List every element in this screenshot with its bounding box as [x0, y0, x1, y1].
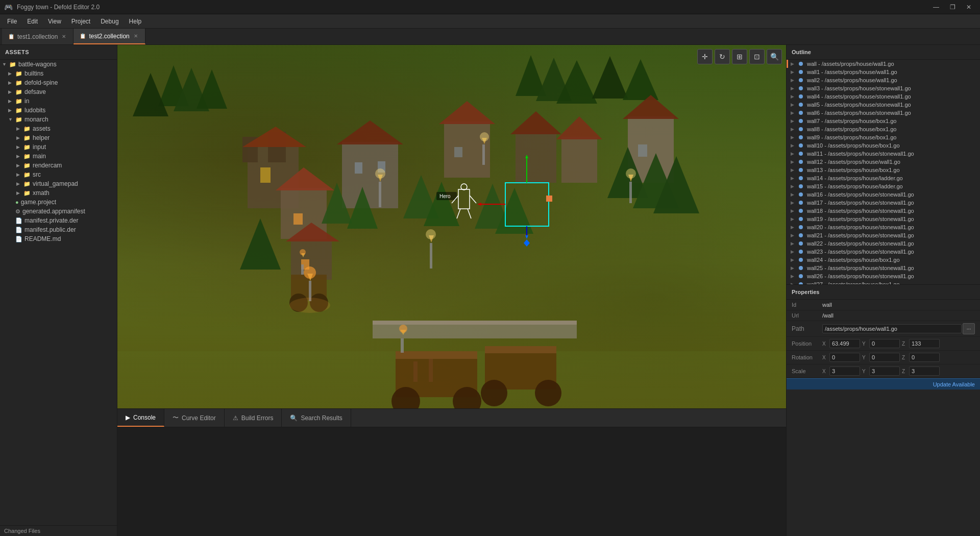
outline-item-wall14[interactable]: ▶ wall14 - /assets/props/house/ladder.go: [787, 174, 980, 182]
tab-icon-1: 📋: [8, 34, 14, 39]
outline-item-wall6[interactable]: ▶ wall6 - /assets/props/house/stonewall1…: [787, 109, 980, 117]
close-button[interactable]: ✕: [962, 0, 976, 14]
maximize-button[interactable]: ❐: [945, 0, 960, 14]
tab-console[interactable]: ▶ Console: [117, 409, 164, 427]
camera-tool-button[interactable]: 🔍: [767, 49, 782, 64]
tab-label-1: test1.collection: [17, 33, 58, 40]
arrow-icon: ▶: [16, 172, 23, 177]
prop-ry-label: Y: [862, 355, 868, 360]
menu-debug[interactable]: Debug: [95, 16, 124, 27]
outline-item-wall1[interactable]: ▶ wall1 - /assets/props/house/wall1.go: [787, 68, 980, 76]
outline-item-wall27[interactable]: ▶ wall27 - /assets/props/house/box1.go: [787, 280, 980, 284]
svg-text:Hero: Hero: [439, 193, 451, 199]
tab-curve-editor[interactable]: 〜 Curve Editor: [164, 409, 225, 427]
prop-scale-y[interactable]: [869, 367, 900, 376]
scale-tool-button[interactable]: ⊞: [732, 49, 747, 64]
tree-item-battle-wagons[interactable]: ▼ 📁 battle-wagons: [0, 60, 117, 69]
menu-edit[interactable]: Edit: [22, 16, 43, 27]
outline-item-wall15[interactable]: ▶ wall15 - /assets/props/house/ladder.go: [787, 182, 980, 190]
outline-item-wall8[interactable]: ▶ wall8 - /assets/props/house/box1.go: [787, 125, 980, 133]
prop-row-url: Url /wall: [787, 310, 980, 321]
tree-item-src[interactable]: ▶ 📁 src: [0, 170, 117, 179]
tree-item-generated-appmanifest[interactable]: ⚙ generated.appmanifest: [0, 207, 117, 216]
tab-build-errors[interactable]: ⚠ Build Errors: [225, 409, 282, 427]
outline-item-wall11[interactable]: ▶ wall11 - /assets/props/house/stonewall…: [787, 150, 980, 158]
prop-rotation-x[interactable]: [829, 353, 860, 362]
tab-build-errors-label: Build Errors: [241, 415, 274, 422]
outline-item-wall[interactable]: ▶ wall - /assets/props/house/wall1.go: [787, 60, 980, 68]
outline-item-wall12[interactable]: ▶ wall12 - /assets/props/house/wall1.go: [787, 158, 980, 166]
outline-item-wall21[interactable]: ▶ wall21 - /assets/props/house/stonewall…: [787, 231, 980, 239]
tree-item-virtual-gamepad[interactable]: ▶ 📁 virtual_gamepad: [0, 179, 117, 188]
outline-item-wall9[interactable]: ▶ wall9 - /assets/props/house/box1.go: [787, 133, 980, 141]
tree-item-readme[interactable]: 📄 README.md: [0, 234, 117, 243]
tree-label: input: [33, 143, 46, 151]
outline-arrow: ▶: [791, 118, 797, 124]
sidebar: Assets ▼ 📁 battle-wagons ▶ 📁 builtins ▶ …: [0, 45, 117, 536]
folder-icon: 📁: [15, 89, 22, 95]
tree-item-helper[interactable]: ▶ 📁 helper: [0, 133, 117, 142]
outline-item-wall20[interactable]: ▶ wall20 - /assets/props/house/stonewall…: [787, 223, 980, 231]
tree-item-ludobits[interactable]: ▶ 📁 ludobits: [0, 106, 117, 115]
tree-item-input[interactable]: ▶ 📁 input: [0, 142, 117, 152]
outline-item-wall4[interactable]: ▶ wall4 - /assets/props/house/stonewall1…: [787, 92, 980, 101]
tree-item-assets[interactable]: ▶ 📁 assets: [0, 124, 117, 133]
tab-test1-collection[interactable]: 📋 test1.collection ✕: [2, 29, 74, 44]
rotate-tool-button[interactable]: ↻: [715, 49, 730, 64]
tab-close-2[interactable]: ✕: [133, 32, 139, 40]
outline-item-wall3[interactable]: ▶ wall3 - /assets/props/house/stonewall1…: [787, 84, 980, 92]
tree-item-monarch[interactable]: ▼ 📁 monarch: [0, 115, 117, 124]
outline-item-wall10[interactable]: ▶ wall10 - /assets/props/house/box1.go: [787, 141, 980, 150]
prop-path-browse-button[interactable]: ···: [963, 323, 975, 334]
viewport-container[interactable]: Hero: [117, 45, 786, 408]
tree-item-in[interactable]: ▶ 📁 in: [0, 96, 117, 106]
tree-item-defsave[interactable]: ▶ 📁 defsave: [0, 87, 117, 96]
outline-item-wall23[interactable]: ▶ wall23 - /assets/props/house/stonewall…: [787, 248, 980, 256]
prop-position-x[interactable]: [829, 339, 860, 348]
menu-help[interactable]: Help: [124, 16, 147, 27]
prop-rotation-y[interactable]: [869, 353, 900, 362]
outline-item-wall18[interactable]: ▶ wall18 - /assets/props/house/stonewall…: [787, 207, 980, 215]
prop-scale-x[interactable]: [829, 367, 860, 376]
menu-project[interactable]: Project: [66, 16, 95, 27]
outline-dot: [799, 209, 803, 213]
tree-item-manifest-private[interactable]: 📄 manifest.private.der: [0, 216, 117, 225]
prop-position-y[interactable]: [869, 339, 900, 348]
outline-item-label: wall9 - /assets/props/house/box1.go: [807, 134, 897, 140]
tree-item-xmath[interactable]: ▶ 📁 xmath: [0, 188, 117, 198]
tree-item-game-project[interactable]: ● game.project: [0, 198, 117, 207]
folder-icon: 📁: [23, 153, 31, 160]
outline-item-wall19[interactable]: ▶ wall19 - /assets/props/house/stonewall…: [787, 215, 980, 223]
outline-item-wall5[interactable]: ▶ wall5 - /assets/props/house/stonewall1…: [787, 101, 980, 109]
prop-path-input[interactable]: [822, 324, 962, 333]
tree-item-defold-spine[interactable]: ▶ 📁 defold-spine: [0, 78, 117, 87]
update-available-bar[interactable]: Update Available: [787, 378, 980, 389]
tree-item-manifest-public[interactable]: 📄 manifest.public.der: [0, 225, 117, 234]
transform-tool-button[interactable]: ⊡: [749, 49, 765, 64]
tab-test2-collection[interactable]: 📋 test2.collection ✕: [74, 29, 145, 44]
tree-item-rendercam[interactable]: ▶ 📁 rendercam: [0, 161, 117, 170]
outline-item-label: wall4 - /assets/props/house/stonewall1.g…: [807, 93, 911, 100]
outline-item-wall16[interactable]: ▶ wall16 - /assets/props/house/stonewall…: [787, 190, 980, 199]
tree-item-builtins[interactable]: ▶ 📁 builtins: [0, 69, 117, 78]
prop-z-label: Z: [902, 341, 908, 347]
outline-item-wall2[interactable]: ▶ wall2 - /assets/props/house/wall1.go: [787, 76, 980, 84]
outline-item-wall17[interactable]: ▶ wall17 - /assets/props/house/stonewall…: [787, 199, 980, 207]
outline-item-wall25[interactable]: ▶ wall25 - /assets/props/house/stonewall…: [787, 264, 980, 272]
menu-view[interactable]: View: [43, 16, 66, 27]
move-tool-button[interactable]: ✛: [697, 49, 713, 64]
prop-rotation-z[interactable]: [909, 353, 940, 362]
menu-file[interactable]: File: [2, 16, 22, 27]
tab-search-results[interactable]: 🔍 Search Results: [282, 409, 351, 427]
tree-item-main[interactable]: ▶ 📁 main: [0, 152, 117, 161]
outline-item-wall24[interactable]: ▶ wall24 - /assets/props/house/box1.go: [787, 256, 980, 264]
folder-icon: 📁: [23, 144, 31, 151]
prop-position-z[interactable]: [909, 339, 940, 348]
outline-item-wall22[interactable]: ▶ wall22 - /assets/props/house/stonewall…: [787, 239, 980, 248]
prop-scale-z[interactable]: [909, 367, 940, 376]
tab-close-1[interactable]: ✕: [61, 33, 67, 40]
outline-item-wall13[interactable]: ▶ wall13 - /assets/props/house/box1.go: [787, 166, 980, 174]
outline-item-wall26[interactable]: ▶ wall26 - /assets/props/house/stonewall…: [787, 272, 980, 280]
minimize-button[interactable]: —: [929, 0, 943, 14]
outline-item-wall7[interactable]: ▶ wall7 - /assets/props/house/box1.go: [787, 117, 980, 125]
